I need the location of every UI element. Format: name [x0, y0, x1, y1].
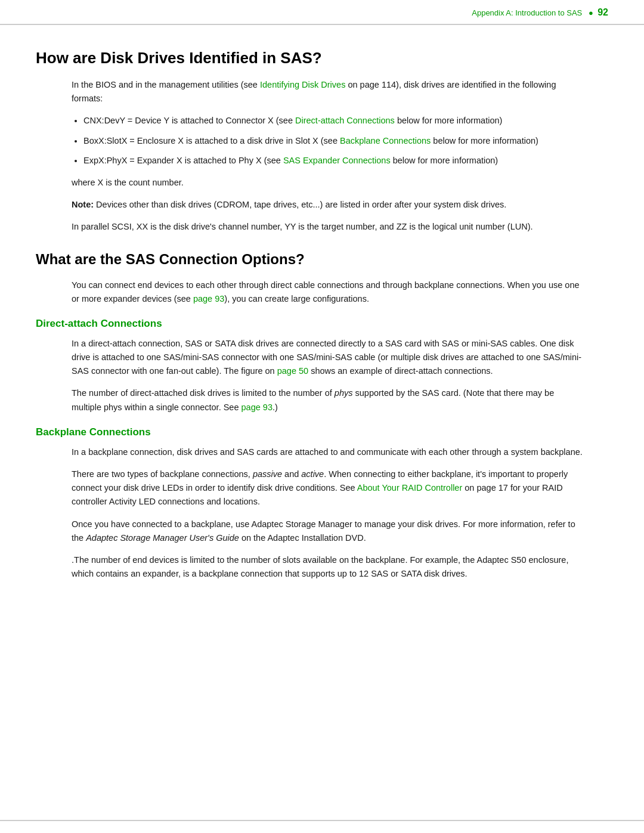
bullet3-prefix: ExpX:PhyX = Expander X is attached to Ph…: [83, 156, 283, 165]
direct-attach-para2: The number of direct-attached disk drive…: [72, 386, 584, 414]
page: Appendix A: Introduction to SAS ● 92 How…: [0, 0, 644, 833]
page-number: 92: [597, 7, 608, 17]
header-text: Appendix A: Introduction to SAS ● 92: [472, 8, 608, 17]
header-bullet: ●: [589, 8, 593, 17]
section1-intro-block: In the BIOS and in the management utilit…: [72, 78, 584, 106]
bullet3-suffix: below for more information): [391, 156, 499, 165]
page50-link[interactable]: page 50: [277, 366, 308, 376]
page-header: Appendix A: Introduction to SAS ● 92: [0, 0, 644, 25]
page93-link-2[interactable]: page 93: [242, 402, 273, 412]
section1-where-x: where X is the count number. Note: Devic…: [72, 176, 584, 234]
appendix-label: Appendix A: Introduction to SAS: [472, 8, 582, 17]
footer-rule: [0, 820, 644, 821]
subsection1-content: In a direct-attach connection, SAS or SA…: [72, 337, 584, 414]
section1-bullet-list: CNX:DevY = Device Y is attached to Conne…: [83, 114, 584, 168]
direct-attach-link-1[interactable]: Direct-attach Connections: [295, 116, 395, 125]
note-content: Devices other than disk drives (CDROM, t…: [94, 200, 506, 209]
backplane-para2: There are two types of backplane connect…: [72, 467, 584, 509]
subsection2-title: Backplane Connections: [36, 426, 608, 438]
asm-guide-italic: Adaptec Storage Manager User's Guide: [86, 533, 239, 543]
bullet1-suffix: below for more information): [395, 116, 503, 125]
direct-attach-para1: In a direct-attach connection, SAS or SA…: [72, 337, 584, 379]
passive-italic: passive: [253, 469, 282, 479]
section2-title: What are the SAS Connection Options?: [36, 251, 608, 268]
where-x-text: where X is the count number.: [72, 176, 584, 190]
section1-intro: In the BIOS and in the management utilit…: [72, 78, 584, 106]
backplane-para3: Once you have connected to a backplane, …: [72, 518, 584, 545]
subsection1-title: Direct-attach Connections: [36, 318, 608, 330]
bullet-item-2: BoxX:SlotX = Enclosure X is attached to …: [83, 134, 584, 148]
page93-link-1[interactable]: page 93: [193, 294, 224, 304]
backplane-connections-link-1[interactable]: Backplane Connections: [340, 136, 431, 145]
bullet2-prefix: BoxX:SlotX = Enclosure X is attached to …: [83, 136, 340, 145]
sas-expander-link[interactable]: SAS Expander Connections: [283, 156, 391, 165]
section2-intro-block: You can connect end devices to each othe…: [72, 278, 584, 306]
phys-italic: phys: [335, 388, 353, 398]
note-paragraph: Note: Devices other than disk drives (CD…: [72, 198, 584, 212]
bullet2-suffix: below for more information): [431, 136, 538, 145]
page-content: How are Disk Drives Identified in SAS? I…: [0, 25, 644, 613]
about-raid-controller-link[interactable]: About Your RAID Controller: [357, 483, 463, 493]
active-italic: active: [301, 469, 324, 479]
note-label: Note:: [72, 200, 94, 209]
backplane-para4: .The number of end devices is limited to…: [72, 553, 584, 581]
bullet-item-3: ExpX:PhyX = Expander X is attached to Ph…: [83, 154, 584, 168]
section1-title: How are Disk Drives Identified in SAS?: [36, 49, 608, 67]
parallel-scsi-text: In parallel SCSI, XX is the disk drive's…: [72, 220, 584, 234]
bullet-item-1: CNX:DevY = Device Y is attached to Conne…: [83, 114, 584, 128]
backplane-para1: In a backplane connection, disk drives a…: [72, 445, 584, 459]
section2-intro: You can connect end devices to each othe…: [72, 278, 584, 306]
identifying-disk-drives-link[interactable]: Identifying Disk Drives: [260, 80, 345, 89]
bullet1-prefix: CNX:DevY = Device Y is attached to Conne…: [83, 116, 295, 125]
subsection2-content: In a backplane connection, disk drives a…: [72, 445, 584, 581]
